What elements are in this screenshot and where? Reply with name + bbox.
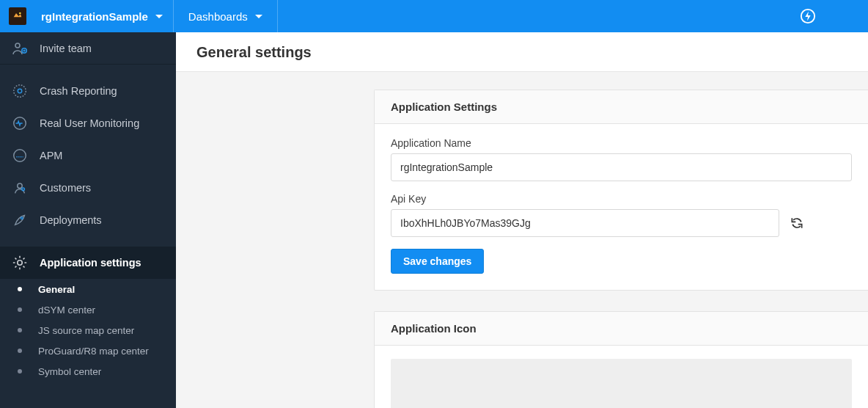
sidebar-sub-label: JS source map center	[38, 325, 134, 336]
sidebar-sub-label: dSYM center	[38, 305, 95, 316]
label-api-key: Api Key	[391, 193, 852, 205]
bullet-icon	[18, 287, 22, 291]
svg-point-2	[15, 43, 20, 48]
panel-app-icon: Application Icon	[374, 311, 868, 408]
sidebar-item-label: APM	[40, 150, 62, 161]
sidebar-item-customers[interactable]: Customers	[0, 172, 176, 204]
lightning-button[interactable]	[792, 0, 824, 32]
sidebar-sub-jsmap[interactable]: JS source map center	[0, 320, 176, 340]
svg-point-5	[18, 89, 22, 93]
svg-point-8	[18, 183, 22, 188]
app-icon-dropzone[interactable]	[391, 359, 852, 408]
bullet-icon	[18, 369, 22, 374]
save-button[interactable]: Save changes	[391, 249, 484, 274]
sidebar-sub-symbol[interactable]: Symbol center	[0, 361, 176, 382]
sidebar-item-label: Invite team	[40, 43, 92, 54]
gear-icon	[10, 253, 29, 272]
sidebar-item-rum[interactable]: Real User Monitoring	[0, 107, 176, 139]
svg-point-4	[14, 85, 26, 98]
sidebar-sub-general[interactable]: General	[0, 279, 176, 299]
input-app-name[interactable]	[391, 153, 852, 181]
user-icon	[10, 178, 29, 197]
bullet-icon	[18, 328, 22, 332]
chevron-down-icon	[155, 15, 163, 18]
chevron-down-icon	[255, 15, 262, 18]
breadcrumb-app-label: rgIntegrationSample	[41, 10, 148, 23]
main-content: General settings Application Settings Ap…	[176, 32, 868, 408]
topbar: rgIntegrationSample Dashboards	[0, 0, 868, 32]
page-title-bar: General settings	[176, 32, 868, 72]
page-title: General settings	[196, 44, 847, 61]
bullet-icon	[18, 307, 22, 312]
breadcrumb-section-label: Dashboards	[188, 10, 248, 23]
label-app-name: Application Name	[391, 137, 852, 149]
sidebar-item-label: Customers	[40, 182, 91, 194]
bug-icon	[10, 81, 29, 101]
sidebar: Invite team Crash Reporting Real User Mo…	[0, 32, 176, 408]
save-button-label: Save changes	[403, 255, 471, 267]
sidebar-invite-team[interactable]: Invite team	[0, 32, 176, 65]
sidebar-item-label: Real User Monitoring	[40, 117, 139, 129]
field-api-key: Api Key	[391, 193, 852, 237]
field-app-name: Application Name	[391, 137, 852, 181]
rocket-icon	[10, 211, 29, 230]
svg-point-9	[22, 188, 25, 191]
sidebar-item-label: Crash Reporting	[40, 85, 117, 97]
breadcrumb-app[interactable]: rgIntegrationSample	[35, 0, 173, 32]
gauge-icon	[10, 146, 29, 165]
panel-heading: Application Settings	[375, 90, 868, 124]
app-logo[interactable]	[9, 7, 26, 25]
bullet-icon	[18, 349, 22, 353]
svg-point-11	[18, 261, 22, 265]
sidebar-item-crash-reporting[interactable]: Crash Reporting	[0, 75, 176, 107]
regenerate-key-button[interactable]	[790, 216, 804, 230]
sidebar-sub-label: General	[38, 284, 75, 295]
pulse-icon	[10, 114, 29, 133]
panel-app-settings: Application Settings Application Name Ap…	[374, 90, 868, 291]
sidebar-item-deployments[interactable]: Deployments	[0, 204, 176, 236]
sidebar-sub-dsym[interactable]: dSYM center	[0, 299, 176, 320]
svg-point-7	[14, 150, 26, 162]
panel-heading: Application Icon	[375, 312, 868, 346]
sidebar-sub-label: Symbol center	[38, 366, 101, 377]
input-api-key[interactable]	[391, 209, 779, 237]
sidebar-item-label: Application settings	[40, 257, 141, 269]
sidebar-subitems: General dSYM center JS source map center…	[0, 279, 176, 389]
breadcrumb-section[interactable]: Dashboards	[173, 0, 278, 32]
sidebar-item-label: Deployments	[40, 214, 102, 226]
refresh-icon	[790, 216, 804, 230]
sidebar-item-app-settings[interactable]: Application settings	[0, 247, 176, 279]
lightning-icon	[800, 8, 816, 24]
sidebar-sub-label: ProGuard/R8 map center	[38, 346, 149, 357]
sidebar-sub-proguard[interactable]: ProGuard/R8 map center	[0, 340, 176, 361]
sidebar-item-apm[interactable]: APM	[0, 139, 176, 172]
svg-point-0	[19, 12, 21, 15]
svg-point-10	[21, 217, 23, 219]
invite-team-icon	[10, 39, 29, 58]
svg-point-6	[14, 117, 26, 130]
